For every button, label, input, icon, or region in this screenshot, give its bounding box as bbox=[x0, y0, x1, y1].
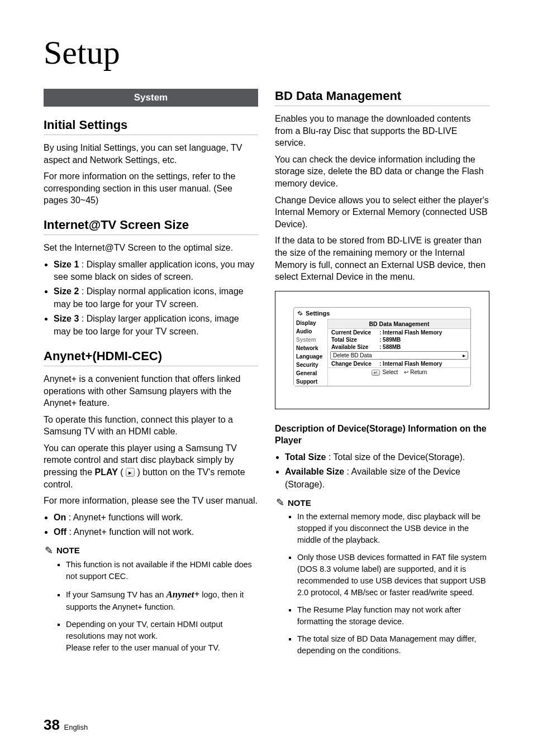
divider bbox=[275, 106, 489, 106]
page-title: Setup bbox=[44, 34, 489, 72]
paragraph: For more information, please see the TV … bbox=[44, 495, 258, 507]
settings-screenshot: Settings Display Audio System Network La… bbox=[275, 291, 489, 409]
heading-anynet: Anynet+(HDMI-CEC) bbox=[44, 349, 258, 363]
sidebar-item-display[interactable]: Display bbox=[294, 319, 327, 327]
chevron-right-icon: ▸ bbox=[463, 352, 465, 358]
list-item: If your Samsung TV has an Anynet+ logo, … bbox=[66, 588, 258, 614]
list-item: Size 1 : Display smaller application ico… bbox=[54, 259, 258, 284]
list-item: This function is not available if the HD… bbox=[66, 559, 258, 582]
label: Available Size bbox=[331, 344, 379, 350]
list-item: On : Anynet+ functions will work. bbox=[54, 511, 258, 524]
sidebar-item-system[interactable]: System bbox=[294, 336, 327, 344]
settings-main-pane: BD Data Management Current Device : Inte… bbox=[327, 319, 470, 386]
list-item: Only those USB devices formatted in FAT … bbox=[297, 552, 489, 599]
note-label: ✎ NOTE bbox=[45, 546, 258, 556]
note-hand-icon: ✎ bbox=[276, 497, 284, 508]
note-label: ✎ NOTE bbox=[276, 497, 489, 508]
heading-bd-data-management: BD Data Management bbox=[275, 89, 489, 103]
select-label: Select bbox=[383, 369, 398, 375]
sidebar-item-support[interactable]: Support bbox=[294, 377, 327, 386]
label: Change Device bbox=[331, 361, 379, 367]
sidebar-item-language[interactable]: Language bbox=[294, 352, 327, 361]
left-column: System Initial Settings By using Initial… bbox=[44, 89, 258, 662]
info-row: Change Device : Internal Flash Memory bbox=[328, 360, 470, 367]
paragraph: You can check the device information inc… bbox=[275, 154, 489, 190]
label: On bbox=[54, 513, 66, 522]
settings-title: Settings bbox=[306, 310, 330, 317]
text: : Display normal application icons, imag… bbox=[54, 286, 244, 308]
paragraph: For more information on the settings, re… bbox=[44, 170, 258, 207]
text: : Anynet+ functions will work. bbox=[66, 513, 183, 522]
list-item: Size 3 : Display larger application icon… bbox=[54, 313, 258, 338]
paragraph: By using Initial Settings, you can set l… bbox=[44, 142, 258, 166]
text: : Total size of the Device(Storage). bbox=[326, 452, 465, 462]
sidebar-item-general[interactable]: General bbox=[294, 369, 327, 377]
text: ( bbox=[120, 467, 126, 477]
delete-bd-data-row[interactable]: Delete BD Data ▸ bbox=[330, 351, 468, 360]
settings-window-header: Settings bbox=[294, 308, 470, 319]
list-item: Total Size : Total size of the Device(St… bbox=[285, 451, 489, 463]
settings-footer: ↵ Select ↩ Return bbox=[328, 367, 470, 377]
pane-title: BD Data Management bbox=[328, 319, 470, 329]
list-item: Available Size : Available size of the D… bbox=[285, 466, 489, 491]
value: : Internal Flash Memory bbox=[379, 361, 467, 367]
list-item: Off : Anynet+ function will not work. bbox=[54, 526, 258, 538]
gear-icon bbox=[297, 310, 303, 316]
paragraph: You can operate this player using a Sams… bbox=[44, 442, 258, 490]
text: : Display larger application icons, imag… bbox=[54, 314, 239, 336]
value: : 589MB bbox=[379, 337, 467, 343]
label: Size 3 bbox=[54, 314, 79, 323]
divider bbox=[44, 235, 258, 235]
label-play: PLAY bbox=[95, 467, 118, 477]
note-hand-icon: ✎ bbox=[45, 546, 53, 556]
paragraph: Set the Internet@TV Screen to the optima… bbox=[44, 242, 258, 254]
heading-initial-settings: Initial Settings bbox=[44, 118, 258, 132]
text: : Anynet+ function will not work. bbox=[66, 527, 194, 537]
label: Off bbox=[54, 527, 66, 537]
list-item: In the external memory mode, disc playba… bbox=[297, 511, 489, 546]
note-list: This function is not available if the HD… bbox=[66, 559, 258, 654]
list-item: Size 2 : Display normal application icon… bbox=[54, 285, 258, 310]
right-column: BD Data Management Enables you to manage… bbox=[275, 89, 489, 662]
onoff-list: On : Anynet+ functions will work. Off : … bbox=[44, 511, 258, 539]
text: If your Samsung TV has an bbox=[66, 590, 166, 599]
label: Total Size bbox=[285, 452, 326, 462]
play-button-icon: ▸ bbox=[126, 468, 135, 477]
value: : 588MB bbox=[379, 344, 467, 350]
paragraph: To operate this function, connect this p… bbox=[44, 414, 258, 438]
return-icon: ↩ bbox=[404, 369, 408, 375]
label: Total Size bbox=[331, 337, 379, 343]
label: Current Device bbox=[331, 329, 379, 336]
page-language-label: English bbox=[64, 723, 88, 731]
size-list: Size 1 : Display smaller application ico… bbox=[44, 259, 258, 338]
text: : Display smaller application icons, you… bbox=[54, 260, 254, 281]
note-list: In the external memory mode, disc playba… bbox=[297, 511, 489, 657]
value: : Internal Flash Memory bbox=[379, 329, 467, 336]
sidebar-item-audio[interactable]: Audio bbox=[294, 327, 327, 336]
note-word: NOTE bbox=[56, 546, 80, 555]
sidebar-item-network[interactable]: Network bbox=[294, 344, 327, 352]
info-row: Current Device : Internal Flash Memory bbox=[328, 329, 470, 336]
settings-sidebar: Display Audio System Network Language Se… bbox=[294, 319, 327, 386]
settings-window: Settings Display Audio System Network La… bbox=[293, 307, 471, 386]
label: Size 2 bbox=[54, 286, 79, 296]
paragraph: Enables you to manage the downloaded con… bbox=[275, 113, 489, 149]
page-footer: 38 English bbox=[44, 716, 88, 734]
paragraph: Change Device allows you to select eithe… bbox=[275, 194, 489, 231]
list-item: Depending on your TV, certain HDMI outpu… bbox=[66, 619, 258, 654]
paragraph: If the data to be stored from BD-LIVE is… bbox=[275, 235, 489, 283]
info-row: Total Size : 589MB bbox=[328, 336, 470, 343]
return-label: Return bbox=[410, 369, 427, 375]
device-info-description-header: Description of Device(Storage) Informati… bbox=[275, 423, 489, 447]
label: Available Size bbox=[285, 467, 344, 476]
divider bbox=[44, 366, 258, 366]
list-item: The total size of BD Data Management may… bbox=[297, 633, 489, 657]
note-word: NOTE bbox=[288, 498, 311, 508]
paragraph: Anynet+ is a convenient function that of… bbox=[44, 373, 258, 409]
divider bbox=[44, 135, 258, 135]
sidebar-item-security[interactable]: Security bbox=[294, 361, 327, 369]
system-section-band: System bbox=[44, 89, 258, 107]
label: Delete BD Data bbox=[333, 352, 381, 358]
label: Size 1 bbox=[54, 260, 79, 269]
enter-button-icon: ↵ bbox=[372, 370, 380, 376]
